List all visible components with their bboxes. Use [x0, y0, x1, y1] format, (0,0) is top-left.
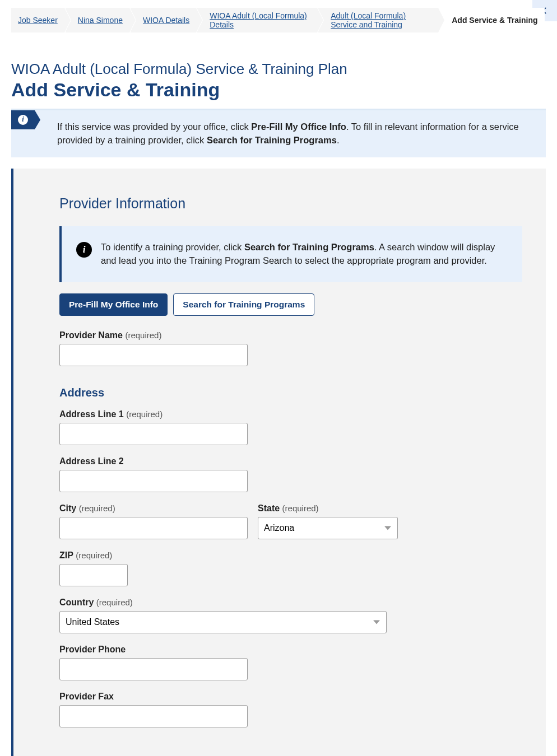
address2-label: Address Line 2: [59, 456, 522, 466]
breadcrumb-item-wioa-adult-details[interactable]: WIOA Adult (Local Formula) Details: [197, 8, 317, 32]
breadcrumb-item-job-seeker[interactable]: Job Seeker: [11, 8, 64, 32]
zip-input[interactable]: [59, 564, 128, 586]
provider-fax-input[interactable]: [59, 705, 248, 727]
fax-label: Provider Fax: [59, 692, 522, 702]
state-select[interactable]: Arizona: [258, 517, 398, 539]
info-icon: i: [76, 242, 92, 258]
provider-name-label: Provider Name (required): [59, 330, 522, 340]
provider-name-input[interactable]: [59, 344, 248, 366]
city-input[interactable]: [59, 517, 248, 539]
address-line-1-input[interactable]: [59, 423, 248, 445]
country-label: Country (required): [59, 598, 522, 608]
banner-text: If this service was provided by your off…: [57, 122, 519, 145]
provider-callout: i To identify a training provider, click…: [59, 226, 522, 282]
form-panel: Provider Information i To identify a tra…: [11, 169, 546, 756]
search-training-button[interactable]: Search for Training Programs: [173, 293, 314, 316]
callout-text: To identify a training provider, click S…: [101, 241, 508, 268]
info-banner-flag: i: [11, 110, 35, 129]
breadcrumb-item-current: Add Service & Training: [439, 8, 544, 32]
provider-phone-input[interactable]: [59, 658, 248, 680]
breadcrumb-item-wioa-details[interactable]: WIOA Details: [131, 8, 196, 32]
country-select[interactable]: United States: [59, 611, 387, 633]
info-banner: i If this service was provided by your o…: [11, 110, 546, 157]
page-supertitle: WIOA Adult (Local Formula) Service & Tra…: [11, 60, 546, 78]
prefill-office-button[interactable]: Pre-Fill My Office Info: [59, 293, 168, 316]
breadcrumb-item-service-training[interactable]: Adult (Local Formula) Service and Traini…: [318, 8, 438, 32]
zip-label: ZIP (required): [59, 550, 522, 561]
city-label: City (required): [59, 503, 248, 514]
section-provider-info: Provider Information: [59, 195, 522, 212]
address1-label: Address Line 1 (required): [59, 409, 522, 419]
breadcrumb-item-person[interactable]: Nina Simone: [66, 8, 129, 32]
breadcrumb: Job Seeker Nina Simone WIOA Details WIOA…: [11, 8, 546, 32]
state-label: State (required): [258, 503, 398, 514]
phone-label: Provider Phone: [59, 645, 522, 655]
page-title: Add Service & Training: [11, 79, 546, 101]
address-line-2-input[interactable]: [59, 470, 248, 492]
info-icon: i: [18, 115, 28, 125]
section-address: Address: [59, 386, 522, 399]
